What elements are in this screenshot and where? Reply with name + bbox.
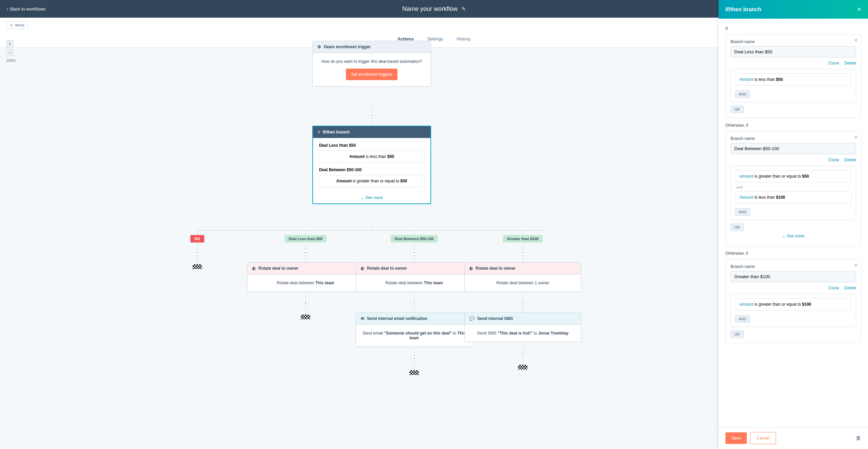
- workflow-title: Name your workflow: [402, 5, 458, 13]
- chevron-left-icon: ‹: [7, 6, 8, 12]
- if-label: If: [725, 26, 861, 31]
- zoom-in-button[interactable]: +: [6, 40, 14, 48]
- branch-editor-1: × Branch name Clone Delete Amount is les…: [725, 34, 861, 48]
- warning-icon: ⚠: [10, 23, 13, 27]
- trigger-header: ⚙ Deals enrollment trigger: [313, 41, 431, 48]
- flow: ⚙ Deals enrollment trigger How do you wa…: [0, 34, 719, 48]
- trigger-card[interactable]: ⚙ Deals enrollment trigger How do you wa…: [312, 41, 431, 48]
- alerts-label: Alerts: [15, 23, 24, 27]
- panel-body[interactable]: If × Branch name Clone Delete Amount is …: [719, 19, 868, 48]
- alerts-button[interactable]: ⚠ Alerts: [6, 21, 28, 29]
- deals-icon: ⚙: [317, 44, 321, 48]
- field-label: Branch name: [731, 39, 856, 44]
- branch-name-input-1[interactable]: [731, 46, 856, 48]
- panel-header: If/then branch ×: [719, 0, 868, 19]
- panel-title: If/then branch: [725, 6, 761, 13]
- zoom-controls: + − 100%: [6, 40, 16, 48]
- pencil-icon[interactable]: ✎: [462, 6, 466, 12]
- back-label: Back to workflows: [10, 6, 45, 12]
- close-icon[interactable]: ×: [854, 37, 857, 43]
- back-to-workflows-link[interactable]: ‹ Back to workflows: [7, 6, 45, 12]
- side-panel: If/then branch × If × Branch name Clone …: [719, 0, 868, 48]
- close-icon[interactable]: ×: [857, 5, 861, 13]
- trigger-title: Deals enrollment trigger: [324, 44, 371, 48]
- canvas[interactable]: + − 100% ⚙ Deals enrollment trigger How …: [0, 34, 719, 48]
